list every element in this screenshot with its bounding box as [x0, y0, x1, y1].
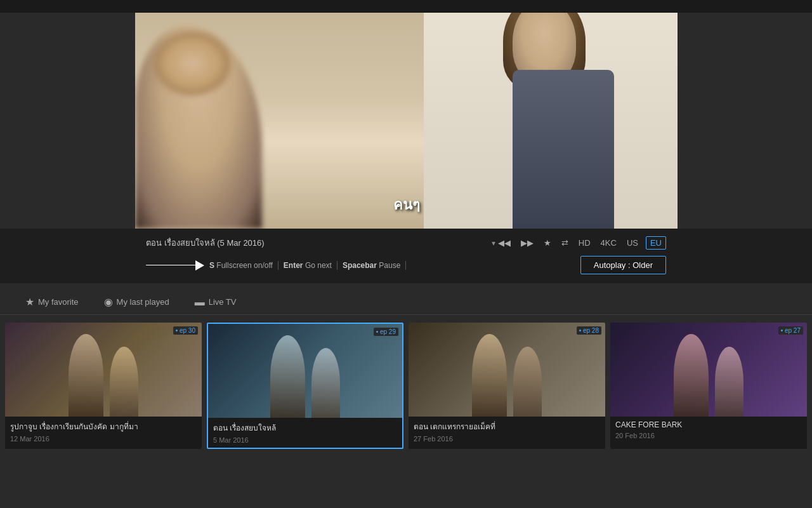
thumb-date: 27 Feb 2016: [414, 435, 600, 443]
autoplay-button[interactable]: Autoplay : Older: [580, 256, 666, 274]
video-title: ตอน เรื่องสยบใจหล้ (5 Mar 2016): [146, 236, 488, 250]
thumb-info: CAKE FORE BARK 20 Feb 2016: [610, 417, 807, 443]
bookmark-button[interactable]: ★: [541, 237, 554, 249]
video-scene: คนๆ: [135, 13, 678, 229]
shortcuts-bar: S Fullscreen on/off Enter Go next Spaceb…: [0, 252, 812, 278]
thumb-info: ตอน เตกแทรกรายอเม็คที่ 27 Feb 2016: [409, 417, 605, 446]
thumb-info: ตอน เรื่องสยบใจหล้ 5 Mar 2016: [208, 418, 402, 448]
thumbnail-card[interactable]: • ep 30 รูปกาจูบ เรื่องกาเรียนกันบังคัด …: [5, 323, 202, 449]
forward-button[interactable]: ▶▶: [518, 237, 536, 249]
thumb-title: ตอน เรื่องสยบใจหล้: [213, 422, 397, 434]
thumb-title: ตอน เตกแทรกรายอเม็คที่: [414, 420, 600, 432]
quality-eu-button[interactable]: EU: [646, 236, 666, 250]
side-right: [678, 13, 812, 229]
share-button[interactable]: ⇄: [559, 237, 571, 249]
person-left: [135, 25, 262, 229]
tabs-section: ★ My favorite ◉ My last played ▬ Live TV: [0, 283, 812, 315]
thumb-info: รูปกาจูบ เรื่องกาเรียนกันบังคัด มากูที่ม…: [5, 417, 202, 446]
side-left: [0, 13, 135, 229]
controls-area: ตอน เรื่องสยบใจหล้ (5 Mar 2016) ▾ ◀◀ ▶▶ …: [0, 229, 812, 283]
thumb-people: [409, 323, 605, 417]
thumb-title: รูปกาจูบ เรื่องกาเรียนกันบังคัด มากูที่ม…: [10, 420, 197, 432]
history-icon: ◉: [104, 296, 113, 308]
silhouette-2: [513, 347, 542, 417]
shortcut-label-spacebar: Pause: [379, 261, 400, 270]
thumb-title: CAKE FORE BARK: [615, 420, 802, 429]
thumb-date: 20 Feb 2016: [615, 432, 802, 439]
thumb-image: • ep 29: [208, 324, 402, 418]
tab-my-favorite[interactable]: ★ My favorite: [13, 291, 91, 314]
shortcut-key-spacebar: Spacebar: [343, 261, 377, 270]
silhouette-2: [715, 347, 743, 417]
thumbnail-card[interactable]: • ep 29 ตอน เรื่องสยบใจหล้ 5 Mar 2016: [207, 323, 403, 449]
ctrl-buttons-right: ◀◀ ▶▶ ★ ⇄ HD 4KC US EU: [495, 236, 666, 250]
thumb-people: [208, 324, 402, 418]
thumb-badge: • ep 27: [778, 326, 803, 335]
thumb-image: • ep 28: [409, 323, 605, 417]
tab-livetv-label: Live TV: [209, 297, 237, 307]
shortcut-label-enter: Go next: [305, 261, 332, 270]
silhouette-1: [674, 334, 709, 417]
thumbnail-card[interactable]: • ep 28 ตอน เตกแทรกรายอเม็คที่ 27 Feb 20…: [409, 323, 605, 449]
player-row: คนๆ: [0, 13, 812, 229]
top-bar: [0, 0, 812, 13]
tab-live-tv[interactable]: ▬ Live TV: [182, 291, 249, 314]
quality-hd-button[interactable]: HD: [576, 237, 593, 249]
silhouette-1: [472, 334, 507, 417]
rewind-button[interactable]: ◀◀: [495, 237, 513, 249]
thumb-badge: • ep 28: [577, 326, 601, 335]
thumb-people: [610, 323, 807, 417]
silhouette-2: [311, 348, 340, 418]
video-subtitle: คนๆ: [393, 194, 420, 216]
controls-top: ตอน เรื่องสยบใจหล้ (5 Mar 2016) ▾ ◀◀ ▶▶ …: [0, 234, 812, 252]
thumb-people: [5, 323, 202, 417]
video-player[interactable]: คนๆ: [135, 13, 678, 229]
thumb-badge: • ep 30: [173, 326, 198, 335]
shortcut-fullscreen: S Fullscreen on/off: [204, 261, 278, 270]
arrow-head: [195, 260, 204, 271]
tab-last-played[interactable]: ◉ My last played: [91, 291, 182, 314]
tabs-row: ★ My favorite ◉ My last played ▬ Live TV: [13, 291, 799, 314]
tab-lastplayed-label: My last played: [117, 297, 169, 307]
thumbnail-card[interactable]: • ep 27 CAKE FORE BARK 20 Feb 2016: [610, 323, 807, 449]
star-icon: ★: [25, 296, 34, 308]
shortcut-key-s: S: [209, 261, 214, 270]
person-body: [513, 70, 614, 229]
tab-favorite-label: My favorite: [38, 297, 79, 307]
arrow-container: [146, 260, 204, 271]
thumbnails-section: • ep 30 รูปกาจูบ เรื่องกาเรียนกันบังคัด …: [0, 315, 812, 457]
shortcut-label-s: Fullscreen on/off: [216, 261, 273, 270]
quality-us-button[interactable]: US: [624, 237, 641, 249]
shortcut-key-enter: Enter: [284, 261, 303, 270]
silhouette-2: [110, 347, 138, 417]
thumb-date: 12 Mar 2016: [10, 435, 197, 443]
arrow-line: [146, 265, 197, 265]
silhouette-1: [69, 334, 103, 417]
shortcut-pause: Spacebar Pause: [337, 261, 406, 270]
quality-4k-button[interactable]: 4KC: [598, 237, 619, 249]
silhouette-1: [270, 335, 305, 418]
shortcut-next: Enter Go next: [278, 261, 337, 270]
thumb-image: • ep 27: [610, 323, 807, 417]
thumb-badge: • ep 29: [374, 328, 398, 336]
thumb-image: • ep 30: [5, 323, 202, 417]
tv-icon: ▬: [195, 297, 205, 308]
thumb-date: 5 Mar 2016: [213, 436, 397, 444]
